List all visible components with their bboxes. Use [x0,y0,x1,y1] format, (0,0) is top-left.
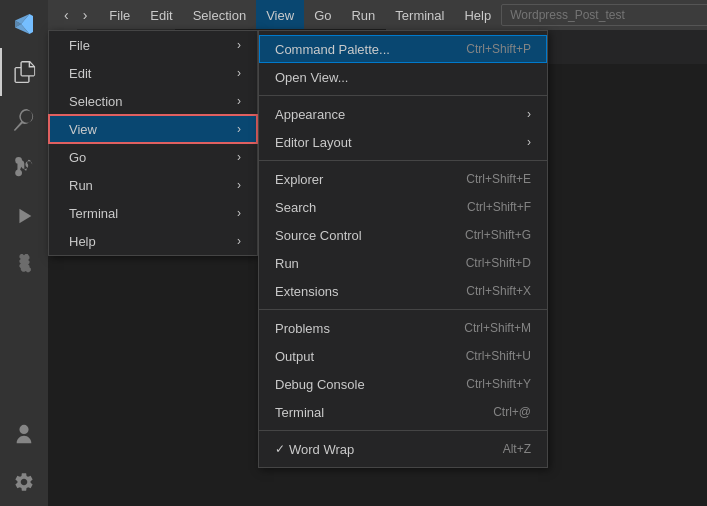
view-appearance[interactable]: Appearance › [259,100,547,128]
activity-bar [0,0,48,506]
view-output[interactable]: Output Ctrl+Shift+U [259,342,547,370]
menu-item-edit[interactable]: Edit [140,0,182,30]
account-icon[interactable] [0,410,48,458]
view-arrow: › [237,122,241,136]
search-activity-icon[interactable] [0,96,48,144]
view-command-palette[interactable]: Command Palette... Ctrl+Shift+P [259,35,547,63]
view-run[interactable]: Run Ctrl+Shift+D [259,249,547,277]
view-source-control[interactable]: Source Control Ctrl+Shift+G [259,221,547,249]
view-debug-console[interactable]: Debug Console Ctrl+Shift+Y [259,370,547,398]
source-control-activity-icon[interactable] [0,144,48,192]
debug-console-shortcut: Ctrl+Shift+Y [466,377,531,391]
go-arrow: › [237,150,241,164]
explorer-shortcut: Ctrl+Shift+E [466,172,531,186]
view-search[interactable]: Search Ctrl+Shift+F [259,193,547,221]
vscode-logo[interactable] [0,0,48,48]
view-extensions[interactable]: Extensions Ctrl+Shift+X [259,277,547,305]
menu-item-help[interactable]: Help [454,0,501,30]
terminal-arrow: › [237,206,241,220]
problems-shortcut: Ctrl+Shift+M [464,321,531,335]
view-problems[interactable]: Problems Ctrl+Shift+M [259,314,547,342]
search-input[interactable] [501,4,707,26]
back-button[interactable]: ‹ [60,5,73,25]
menu-item-terminal[interactable]: Terminal [385,0,454,30]
cmd-palette-shortcut: Ctrl+Shift+P [466,42,531,56]
forward-button[interactable]: › [79,5,92,25]
menu-item-selection[interactable]: Selection [183,0,256,30]
menu-item-file[interactable]: File [99,0,140,30]
selection-arrow: › [237,94,241,108]
search-bar [501,4,707,26]
run-shortcut: Ctrl+Shift+D [466,256,531,270]
menu-help[interactable]: Help › [49,227,257,255]
explorer-icon[interactable] [0,48,48,96]
run-arrow: › [237,178,241,192]
view-open-view[interactable]: Open View... [259,63,547,91]
menu-item-view[interactable]: View [256,0,304,30]
menu-item-run[interactable]: Run [341,0,385,30]
edit-arrow: › [237,66,241,80]
settings-icon[interactable] [0,458,48,506]
nav-controls: ‹ › [52,5,99,25]
view-submenu: Command Palette... Ctrl+Shift+P Open Vie… [258,30,548,468]
view-sep-1 [259,95,547,96]
view-editor-layout[interactable]: Editor Layout › [259,128,547,156]
output-shortcut: Ctrl+Shift+U [466,349,531,363]
terminal-shortcut: Ctrl+@ [493,405,531,419]
search-shortcut: Ctrl+Shift+F [467,200,531,214]
view-sep-3 [259,309,547,310]
help-arrow: › [237,234,241,248]
appearance-arrow: › [527,107,531,121]
file-arrow: › [237,38,241,52]
extensions-activity-icon[interactable] [0,240,48,288]
extensions-shortcut: Ctrl+Shift+X [466,284,531,298]
run-activity-icon[interactable] [0,192,48,240]
menu-bar: ‹ › File Edit Selection View Go Run Term… [48,0,707,30]
menu-view[interactable]: View › [49,115,257,143]
view-word-wrap[interactable]: ✓ Word Wrap Alt+Z [259,435,547,463]
word-wrap-check: ✓ [275,442,285,456]
menu-item-go[interactable]: Go [304,0,341,30]
menu-run[interactable]: Run › [49,171,257,199]
menu-selection[interactable]: Selection › [49,87,257,115]
menu-go[interactable]: Go › [49,143,257,171]
menu-terminal[interactable]: Terminal › [49,199,257,227]
view-explorer[interactable]: Explorer Ctrl+Shift+E [259,165,547,193]
view-sep-4 [259,430,547,431]
word-wrap-shortcut: Alt+Z [503,442,531,456]
view-sep-2 [259,160,547,161]
menu-file[interactable]: File › [49,31,257,59]
source-control-shortcut: Ctrl+Shift+G [465,228,531,242]
main-dropdown-menu: File › Edit › Selection › View › Go › Ru… [48,30,258,256]
view-terminal[interactable]: Terminal Ctrl+@ [259,398,547,426]
editor-layout-arrow: › [527,135,531,149]
menu-edit[interactable]: Edit › [49,59,257,87]
